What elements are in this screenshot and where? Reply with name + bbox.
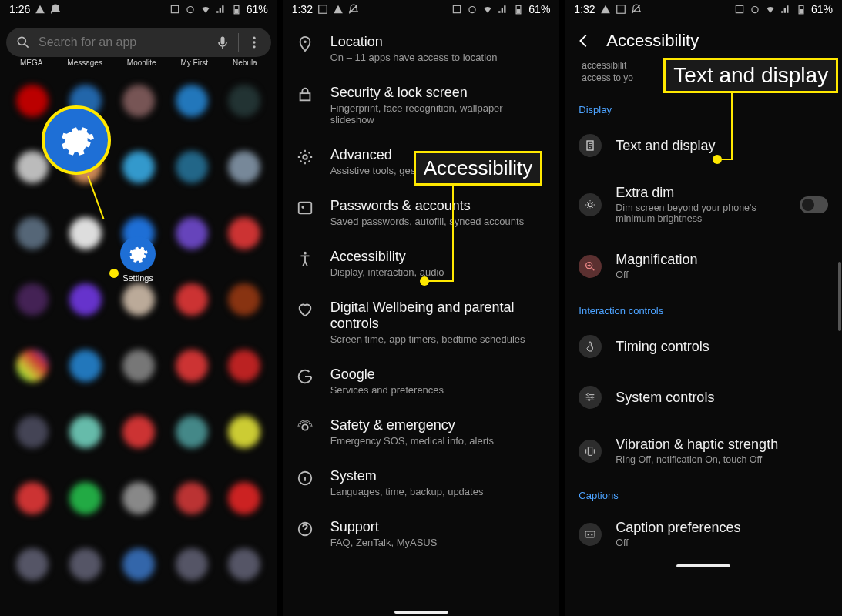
row-text-and-display[interactable]: Text and display (565, 120, 842, 171)
row-title: Magnification (616, 252, 697, 268)
scroll-indicator[interactable] (838, 262, 841, 331)
row-sub: On – 11 apps have access to location (330, 52, 498, 63)
app-cell[interactable] (61, 203, 111, 264)
app-cell[interactable] (113, 401, 163, 463)
settings-row-location[interactable]: LocationOn – 11 apps have access to loca… (283, 23, 560, 74)
row-timing[interactable]: Timing controls (565, 321, 842, 372)
app-cell[interactable] (220, 70, 270, 132)
app-cell[interactable] (61, 335, 111, 397)
settings-row-wellbeing[interactable]: Digital Wellbeing and parental controlsS… (283, 289, 560, 356)
app-cell[interactable] (8, 534, 58, 595)
settings-row-passwords[interactable]: Passwords & accountsSaved passwords, aut… (283, 187, 560, 238)
row-sub: Services and preferences (330, 384, 444, 396)
app-cell[interactable] (113, 136, 163, 198)
page-title: Accessibility (606, 31, 699, 51)
svg-rect-27 (800, 9, 803, 13)
app-cell[interactable] (220, 401, 270, 463)
search-icon (15, 35, 31, 50)
row-caption-prefs[interactable]: Caption preferencesOff (565, 506, 842, 562)
app-cell[interactable] (61, 269, 111, 330)
svg-point-4 (18, 37, 25, 45)
app-cell[interactable] (166, 269, 216, 330)
battery-icon (513, 4, 524, 15)
triangle-icon (333, 4, 344, 15)
alarm-icon (467, 4, 478, 15)
row-system-controls[interactable]: System controls (565, 372, 842, 423)
app-cell[interactable] (8, 335, 58, 397)
brightness-icon (579, 193, 602, 216)
app-cell[interactable] (8, 203, 58, 264)
row-title: Vibration & haptic strength (616, 437, 778, 453)
app-cell[interactable] (166, 401, 216, 463)
settings-row-google[interactable]: GoogleServices and preferences (283, 356, 560, 407)
app-cell[interactable] (8, 401, 58, 463)
row-sub: Fingerprint, face recognition, wallpaper… (330, 102, 546, 126)
app-cell[interactable] (61, 467, 111, 529)
app-cell[interactable] (113, 534, 163, 595)
row-extra-dim[interactable]: Extra dimDim screen beyond your phone's … (565, 171, 842, 238)
battery-icon (231, 4, 242, 15)
emergency-icon (297, 419, 314, 436)
app-cell[interactable] (220, 269, 270, 330)
battery-percent: 61% (247, 3, 268, 15)
row-title: Accessibility (330, 249, 444, 265)
row-magnification[interactable]: MagnificationOff (565, 238, 842, 294)
nav-bar[interactable] (283, 608, 560, 616)
app-label: Messages (67, 59, 102, 67)
settings-row-support[interactable]: SupportFAQ, ZenTalk, MyASUS (283, 508, 560, 559)
svg-rect-3 (234, 9, 238, 13)
battery-percent: 61% (528, 3, 550, 15)
app-cell[interactable] (166, 467, 216, 529)
svg-point-7 (253, 41, 255, 43)
app-cell[interactable] (220, 203, 270, 264)
callout-magnified-settings (42, 105, 111, 175)
screenshot-icon (734, 4, 745, 15)
app-cell[interactable] (8, 269, 58, 330)
app-cell[interactable] (113, 467, 163, 529)
gear-icon (57, 121, 96, 159)
search-input[interactable] (39, 35, 207, 49)
settings-row-safety[interactable]: Safety & emergencyEmergency SOS, medical… (283, 407, 560, 457)
back-icon[interactable] (575, 32, 592, 49)
toggle-extra-dim[interactable] (800, 196, 828, 213)
app-cell[interactable] (220, 534, 270, 595)
svg-point-32 (592, 397, 594, 399)
app-cell[interactable] (61, 534, 111, 595)
nav-bar[interactable] (565, 562, 842, 570)
app-cell[interactable] (220, 467, 270, 529)
screenshot-icon (169, 4, 180, 15)
row-vibration[interactable]: Vibration & haptic strengthRing Off, not… (565, 423, 842, 479)
search-bar[interactable] (6, 28, 271, 57)
app-cell[interactable] (166, 335, 216, 397)
signal-icon (498, 4, 508, 15)
app-cell[interactable] (113, 70, 163, 132)
row-title: Safety & emergency (330, 417, 494, 434)
app-cell[interactable] (61, 401, 111, 463)
svg-rect-5 (220, 37, 224, 45)
settings-row-system[interactable]: SystemLanguages, time, backup, updates (283, 457, 560, 508)
row-sub: Screen time, app timers, bedtime schedul… (330, 333, 546, 345)
callout-accessibility: Accessibility (414, 151, 543, 186)
more-icon[interactable] (247, 35, 262, 50)
app-cell[interactable] (166, 136, 216, 198)
callout-line (428, 280, 454, 282)
settings-row-security[interactable]: Security & lock screenFingerprint, face … (283, 74, 560, 136)
settings-list[interactable]: LocationOn – 11 apps have access to loca… (283, 18, 560, 608)
section-interaction: Interaction controls (565, 294, 842, 321)
svg-point-14 (304, 40, 307, 43)
info-icon (297, 470, 314, 487)
app-cell[interactable] (166, 203, 216, 264)
app-cell[interactable] (220, 136, 270, 198)
mic-icon[interactable] (215, 35, 230, 50)
app-cell[interactable] (166, 534, 216, 595)
app-cell[interactable] (220, 335, 270, 397)
settings-app[interactable] (120, 236, 156, 272)
row-title: Google (330, 367, 444, 383)
app-cell[interactable] (8, 467, 58, 529)
app-cell[interactable] (166, 70, 216, 132)
row-sub: Dim screen beyond your phone's minimum b… (616, 203, 786, 224)
svg-point-8 (253, 45, 255, 48)
status-bar: 1:32 61% (565, 0, 842, 18)
signal-icon (216, 4, 226, 15)
app-cell[interactable] (113, 335, 163, 397)
